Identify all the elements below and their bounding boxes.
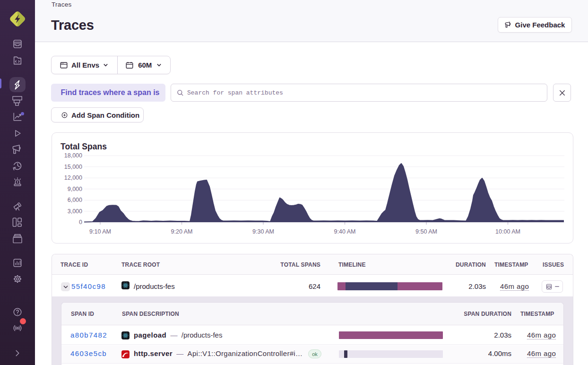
svg-text:10:00 AM: 10:00 AM: [495, 228, 520, 235]
svg-text:9:40 AM: 9:40 AM: [334, 228, 356, 235]
svg-text:15,000: 15,000: [64, 164, 82, 170]
svg-text:9:10 AM: 9:10 AM: [89, 228, 111, 235]
svg-text:9,000: 9,000: [68, 186, 82, 192]
svg-text:3,000: 3,000: [68, 208, 82, 215]
svg-text:0: 0: [79, 219, 82, 226]
svg-text:18,000: 18,000: [64, 152, 82, 159]
svg-text:12,000: 12,000: [64, 174, 82, 181]
svg-text:9:50 AM: 9:50 AM: [415, 228, 437, 235]
svg-text:9:30 AM: 9:30 AM: [252, 228, 274, 235]
svg-text:6,000: 6,000: [68, 197, 82, 203]
svg-text:9:20 AM: 9:20 AM: [171, 228, 193, 235]
